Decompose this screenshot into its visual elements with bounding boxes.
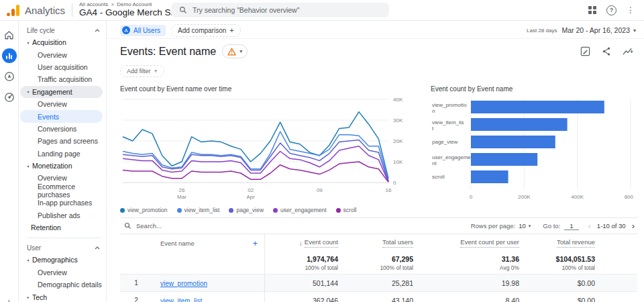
date-preset-label: Last 28 days [527,28,557,34]
insights-icon[interactable] [623,46,633,56]
svg-text:30K: 30K [393,117,403,123]
legend-dot-icon [273,208,278,213]
segment-a-icon: A [122,26,130,34]
add-filter-button[interactable]: Add filter + [120,65,164,77]
next-page-icon[interactable]: › [632,221,635,231]
more-vertical-icon[interactable]: ⋮ [627,5,635,15]
sidebar-item-landing-page[interactable]: Landing page [20,148,103,160]
chevron-up-icon [95,246,100,250]
go-to-label: Go to: [543,222,560,230]
table-header-row: Event name + ↓ Event count Total users E… [120,234,637,252]
add-comparison-button[interactable]: Add comparison + [171,24,241,37]
explore-icon[interactable] [2,69,17,84]
bar-chart-title: Event count by Event name [431,85,637,93]
sidebar-item-acquisition[interactable]: ▾Acquisition [20,36,103,48]
sidebar-item-in-app-purchases[interactable]: In-app purchases [20,197,103,209]
sidebar-item-overview[interactable]: Overview [20,266,103,279]
row-index: 1 [120,279,152,287]
legend-dot-icon [120,208,125,213]
line-chart-card: Event count by Event name over time 010K… [120,84,425,213]
comparison-bar: A All Users Add comparison + Last 28 day… [107,21,644,39]
events-table: Search... Rows per page: 10 ▾ Go to: 1 ‹… [120,217,637,302]
svg-text:20K: 20K [393,138,403,144]
legend-item-view-item-list[interactable]: view_item_list [177,207,220,213]
sidebar-item-publisher-ads[interactable]: Publisher ads [20,209,103,221]
event-name-link[interactable]: view_item_list [160,297,202,302]
go-to-page-input[interactable]: 1 [564,222,578,230]
sort-descending-icon: ↓ [299,240,303,247]
column-header-event-count-per-user[interactable]: Event count per user [413,234,519,252]
sidebar-item-overview[interactable]: Overview [20,48,103,60]
legend-dot-icon [177,208,182,213]
sidebar-item-events[interactable]: Events [20,110,103,122]
share-icon[interactable] [602,46,611,56]
sidebar-item-traffic-acquisition[interactable]: Traffic acquisition [20,73,103,85]
sidebar-item-overview[interactable]: Overview [20,98,103,110]
legend-dot-icon [229,208,233,213]
legend-item-view-promotion[interactable]: view_promotion [120,207,168,213]
svg-text:400K: 400K [571,194,584,200]
caret-down-icon: ▾ [239,48,242,54]
sidebar-item-demographic-details[interactable]: Demographic details [20,279,103,291]
svg-text:26: 26 [179,187,185,193]
legend-item-scroll[interactable]: scroll [336,207,357,213]
caret-down-icon[interactable]: ▾ [529,223,531,229]
collapse-nav-icon[interactable]: ‹ [8,297,11,302]
nav-rail: ‹ [0,21,19,302]
chevron-up-icon [95,29,100,32]
metric-value: $0.00 [519,274,637,291]
previous-page-icon[interactable]: ‹ [588,221,591,231]
reports-icon[interactable] [2,48,17,63]
column-header-total-users[interactable]: Total users [338,234,413,252]
svg-text:page_view: page_view [432,139,458,145]
rows-per-page-select[interactable]: 10 [519,222,526,230]
bar-chart: 0200K400K600Kview_promotionview_item_lis… [431,95,633,207]
row-index: 2 [120,297,152,302]
top-app-bar: Analytics All accounts > Demo Account GA… [0,0,644,21]
svg-text:scroll: scroll [432,174,445,180]
topbar-divider [72,3,72,17]
sidebar-item-ecommerce-purchases[interactable]: Ecommerce purchases [20,185,103,197]
sidebar-item-pages-and-screens[interactable]: Pages and screens [20,135,103,147]
legend-item-page-view[interactable]: page_view [229,207,264,213]
column-header-total-revenue[interactable]: Total revenue [519,234,637,252]
sidebar-item-monetization[interactable]: ▾Monetization [20,160,103,172]
legend-item-user-engagement[interactable]: user_engagement [273,207,327,213]
sidebar-item-demographics[interactable]: ▾Demographics [20,254,103,266]
date-range-picker[interactable]: Last 28 days Mar 20 - Apr 16, 2023 ▾ [527,26,636,34]
table-row-view-item-list: 2view_item_list362,04643,1408.40$0.00 [120,291,637,302]
column-header-event-name[interactable]: Event name + [152,234,264,252]
sidebar-item-conversions[interactable]: Conversions [20,123,103,135]
help-icon[interactable]: ? [606,5,616,15]
event-name-link[interactable]: view_promotion [160,280,207,287]
event-name-cell: view_item_list [152,297,264,302]
advertising-icon[interactable] [2,90,17,105]
apps-grid-icon[interactable] [588,6,596,14]
data-quality-menu[interactable]: ▾ [222,44,248,58]
analytics-logo-icon[interactable] [7,4,19,16]
sidebar-item-retention[interactable]: Retention [20,221,103,234]
table-search-icon[interactable] [124,222,131,230]
add-dimension-icon[interactable]: + [252,238,258,248]
svg-text:09: 09 [317,187,323,193]
rows-per-page-label: Rows per page: [471,222,516,230]
all-users-segment-chip[interactable]: A All Users [120,25,166,36]
caret-down-icon: ▾ [633,28,636,34]
metric-value: 501,144 [264,274,338,291]
sidebar-item-user-acquisition[interactable]: User acquisition [20,61,103,73]
table-totals-row: 1,974,764 100% of total 67,295 100% of t… [120,252,637,274]
table-search-input[interactable]: Search... [136,222,162,230]
sidebar-item-engagement[interactable]: ▾Engagement [20,86,103,98]
home-icon[interactable] [2,28,17,42]
svg-text:40K: 40K [393,97,403,103]
column-header-event-count[interactable]: ↓ Event count [264,234,338,252]
customize-report-icon[interactable] [580,46,590,56]
nav-section-life-cycle[interactable]: Life cycle [19,24,106,36]
sidebar-item-tech[interactable]: ▸Tech [20,291,103,302]
nav-section-user[interactable]: User [19,242,106,254]
arrow-down-icon: ▾ [24,40,32,45]
pagination-status: 1-10 of 30 [597,222,626,230]
search-input[interactable]: Try searching "Behavior overview" [171,3,389,17]
svg-text:02: 02 [248,187,254,193]
arrow-down-icon: ▾ [24,258,32,262]
